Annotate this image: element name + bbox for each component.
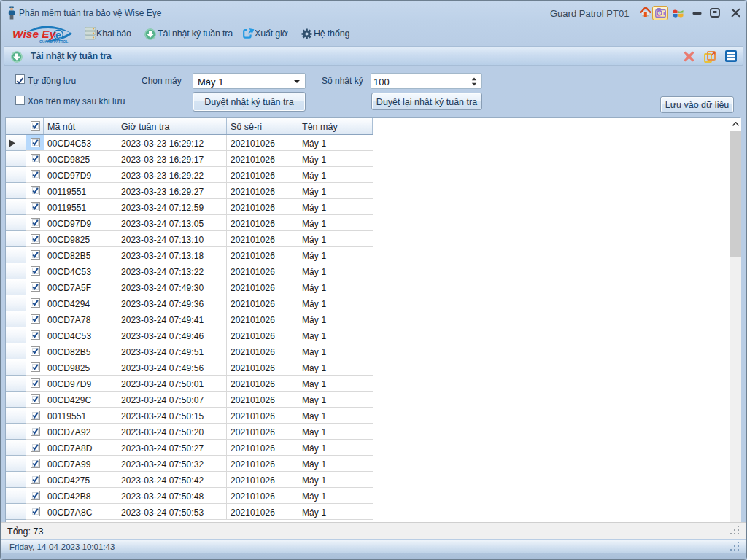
svg-text:Wise Ey: Wise Ey <box>12 28 57 40</box>
svg-text:GUARD PATROL: GUARD PATROL <box>39 40 68 44</box>
svg-text:e: e <box>55 29 61 41</box>
